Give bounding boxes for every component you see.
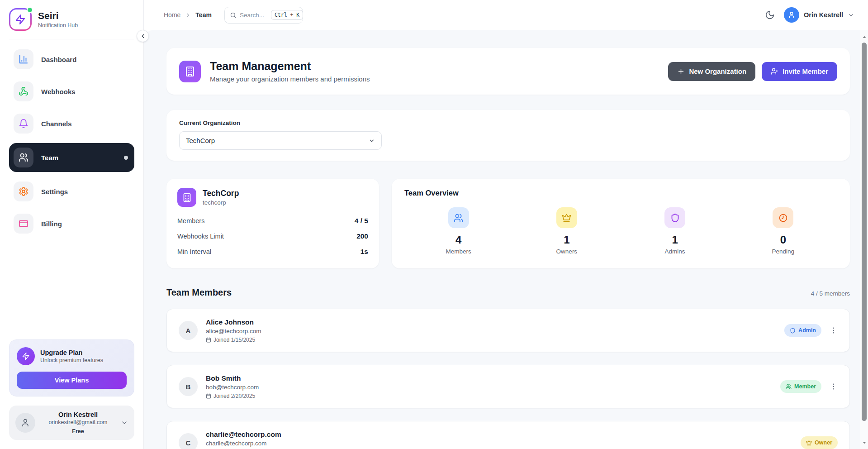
scrollbar-track[interactable] [860,30,868,449]
kebab-icon [830,382,838,391]
stat-label: Admins [665,248,685,255]
plus-icon [677,67,685,75]
org-selector-card: Current Organization TechCorp [166,110,850,161]
user-plus-icon [771,67,778,75]
stat-admins: 1 Admins [621,207,729,255]
online-status-dot [27,7,33,13]
user-email: orinkestrell@gmail.com [40,419,116,425]
chevron-right-icon [185,12,191,18]
search-shortcut-badge: Ctrl + K [271,10,303,20]
scrollbar-up-arrow[interactable] [860,33,868,41]
stat-members: 4 Members [404,207,512,255]
avatar: A [179,321,198,340]
team-members-title: Team Members [166,287,232,298]
plan-badge: Free [40,428,116,435]
member-row: A Alice Johnson alice@techcorp.com Joine… [166,309,850,352]
member-row: B Bob Smith bob@techcorp.com Joined 2/20… [166,365,850,408]
upgrade-subtitle: Unlock premium features [40,357,103,363]
sidebar-item-webhooks[interactable]: Webhooks [9,79,134,104]
upgrade-title: Upgrade Plan [40,349,103,356]
sidebar-collapse-button[interactable] [137,30,149,42]
breadcrumb-home[interactable]: Home [164,11,180,19]
sidebar-item-label: Settings [41,188,68,196]
invite-member-label: Invite Member [783,67,828,75]
member-name: Alice Johnson [206,318,261,326]
chevron-down-icon [121,419,128,426]
member-menu-button[interactable] [830,326,838,334]
zap-icon [17,347,35,365]
member-name: charlie@techcorp.com [206,430,281,439]
shield-icon [664,207,685,228]
org-stat-label: Webhooks Limit [177,233,224,240]
org-stat-value: 1s [360,248,368,256]
search-input[interactable] [240,12,268,19]
organization-select-value: TechCorp [186,137,215,144]
scrollbar-thumb[interactable] [862,43,867,421]
avatar: B [179,377,198,396]
clock-icon [773,207,793,228]
topbar-user-menu[interactable]: Orin Kestrell [784,7,854,23]
member-menu-button[interactable] [830,382,838,391]
sidebar-item-dashboard[interactable]: Dashboard [9,47,134,72]
invite-member-button[interactable]: Invite Member [762,62,837,81]
page-header-card: Team Management Manage your organization… [166,48,850,95]
sidebar-item-billing[interactable]: Billing [9,211,134,236]
moon-icon [765,10,775,20]
avatar [15,413,35,433]
role-label: Admin [798,327,816,334]
calendar-icon [206,337,211,343]
role-badge: Owner [801,436,838,449]
view-plans-button[interactable]: View Plans [17,372,127,389]
org-name: TechCorp [203,189,239,198]
search-input-wrapper[interactable]: Ctrl + K [224,7,303,24]
sidebar-user-card[interactable]: Orin Kestrell orinkestrell@gmail.com Fre… [9,406,134,440]
stat-label: Owners [556,248,578,255]
crown-icon [556,207,577,228]
dark-mode-toggle[interactable] [765,10,775,20]
org-stat-label: Min Interval [177,248,211,255]
kebab-icon [830,326,838,334]
members-count: 4 / 5 members [811,290,850,297]
breadcrumb-current: Team [195,11,212,19]
new-organization-button[interactable]: New Organization [668,62,755,81]
app-logo [9,8,32,31]
org-stat-row: Min Interval 1s [177,244,368,259]
building-icon [177,188,196,207]
bar-chart-icon [14,49,33,69]
avatar: C [179,433,198,449]
member-email: bob@techcorp.com [206,384,259,391]
stat-value: 1 [564,234,569,246]
active-indicator-dot [124,156,128,160]
calendar-icon [206,393,211,399]
team-overview-title: Team Overview [404,189,837,197]
chevron-down-icon [848,12,854,19]
sidebar-item-team[interactable]: Team [9,143,134,172]
sidebar-item-settings[interactable]: Settings [9,179,134,204]
brand: Seiri Notification Hub [9,8,134,39]
gear-icon [14,182,33,201]
team-members-section: Team Members 4 / 5 members A Alice Johns… [166,287,850,449]
sidebar-item-channels[interactable]: Channels [9,111,134,136]
topbar: Home Team Ctrl + K Orin Kestrell [144,0,868,30]
member-email: alice@techcorp.com [206,328,261,334]
breadcrumb: Home Team [164,11,212,19]
app-title: Seiri [38,10,78,21]
avatar [784,7,799,23]
sidebar-item-label: Webhooks [41,88,76,96]
role-label: Member [794,383,816,390]
app-subtitle: Notification Hub [38,22,78,29]
member-joined: Joined 1/15/2025 [213,337,255,343]
zap-icon [15,14,26,25]
organization-select[interactable]: TechCorp [179,131,382,150]
stat-owners: 1 Owners [512,207,621,255]
member-joined: Joined 2/20/2025 [213,393,255,399]
users-icon [786,384,792,390]
stat-label: Members [446,248,471,255]
role-badge: Member [780,380,821,393]
building-icon [179,61,201,82]
page-content: Team Management Manage your organization… [144,30,868,449]
credit-card-icon [14,214,33,234]
role-label: Owner [815,439,832,446]
scrollbar-down-arrow[interactable] [860,439,868,446]
stat-value: 0 [780,234,786,246]
